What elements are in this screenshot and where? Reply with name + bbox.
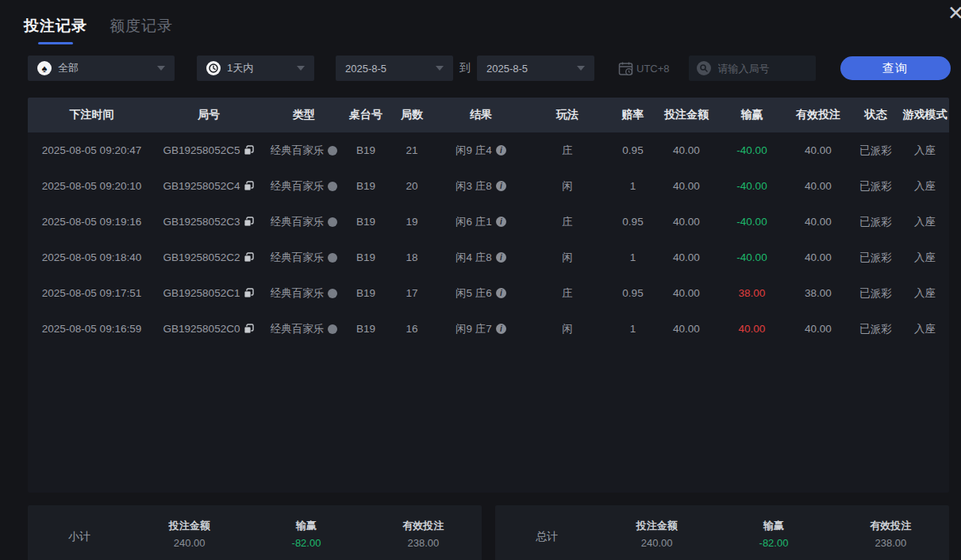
- info-icon[interactable]: i: [496, 181, 506, 191]
- copy-icon[interactable]: [244, 252, 254, 263]
- cell-bet-time: 2025-08-05 09:20:47: [28, 132, 156, 168]
- cell-win-loss: -40.00: [718, 204, 786, 240]
- cell-valid-bet: 40.00: [786, 311, 851, 347]
- table-row: 2025-08-05 09:16:59 GB19258052C0 经典百家乐 B…: [28, 311, 949, 347]
- query-button[interactable]: 查询: [840, 56, 951, 80]
- cell-bet-amount: 40.00: [655, 132, 718, 168]
- cell-play: 闲: [524, 240, 611, 275]
- info-icon[interactable]: i: [496, 324, 506, 334]
- table-row: 2025-08-05 09:20:10 GB19258052C4 经典百家乐 B…: [28, 168, 949, 204]
- cell-game-mode: 入座: [901, 168, 949, 204]
- cell-odds: 1: [611, 311, 655, 347]
- summary-bar: 小计 投注金额 240.00 输赢 -82.00 有效投注 238.00 总计 …: [28, 505, 949, 560]
- cell-round: 17: [386, 275, 438, 311]
- copy-icon[interactable]: [244, 181, 254, 191]
- copy-icon[interactable]: [244, 217, 254, 227]
- cell-game-mode: 入座: [901, 240, 949, 275]
- cell-play: 庄: [524, 204, 611, 240]
- col-play: 玩法: [524, 98, 611, 132]
- info-icon[interactable]: i: [496, 217, 506, 227]
- cell-game-id: GB19258052C2: [156, 240, 262, 275]
- chevron-down-icon: [157, 66, 165, 71]
- copy-icon[interactable]: [244, 145, 254, 155]
- table-row: 2025-08-05 09:17:51 GB19258052C1 经典百家乐 B…: [28, 275, 949, 311]
- round-id-search: [689, 56, 816, 81]
- game-type-dropdown[interactable]: ♠ 全部: [28, 56, 175, 81]
- search-input[interactable]: [717, 62, 808, 75]
- cell-table-no: B19: [346, 275, 386, 311]
- cell-game-mode: 入座: [901, 311, 949, 347]
- cell-valid-bet: 40.00: [786, 204, 851, 240]
- cell-status: 已派彩: [851, 132, 901, 168]
- table-row: 2025-08-05 09:20:47 GB19258052C5 经典百家乐 B…: [28, 132, 949, 168]
- table-row: 2025-08-05 09:18:40 GB19258052C2 经典百家乐 B…: [28, 240, 949, 275]
- cell-bet-time: 2025-08-05 09:17:51: [28, 275, 156, 311]
- cell-valid-bet: 40.00: [786, 132, 851, 168]
- date-to-dropdown[interactable]: 2025-8-5: [477, 56, 594, 81]
- cell-game-id: GB19258052C4: [156, 168, 262, 204]
- cell-type: 经典百家乐: [262, 275, 346, 311]
- cell-table-no: B19: [346, 311, 386, 347]
- cell-type: 经典百家乐: [262, 204, 346, 240]
- table-row: 2025-08-05 09:19:16 GB19258052C3 经典百家乐 B…: [28, 204, 949, 240]
- type-dot-icon: [328, 289, 337, 298]
- table-body: 2025-08-05 09:20:47 GB19258052C5 经典百家乐 B…: [28, 132, 949, 347]
- tab-label: 投注记录: [24, 16, 87, 36]
- cell-odds: 0.95: [611, 275, 655, 311]
- cell-bet-amount: 40.00: [655, 204, 718, 240]
- cell-valid-bet: 38.00: [786, 275, 851, 311]
- copy-icon[interactable]: [244, 324, 254, 334]
- chevron-down-icon: [436, 66, 444, 71]
- filter-bar: ♠ 全部 1天内 2025-8-5 到 2025-8-5: [0, 56, 961, 81]
- info-icon[interactable]: i: [496, 145, 506, 155]
- cell-odds: 1: [611, 168, 655, 204]
- cell-result: 闲3 庄8 i: [438, 168, 524, 204]
- cell-game-mode: 入座: [901, 132, 949, 168]
- cell-bet-time: 2025-08-05 09:16:59: [28, 311, 156, 347]
- cell-status: 已派彩: [851, 204, 901, 240]
- col-game-mode: 游戏模式: [901, 98, 949, 132]
- info-icon[interactable]: i: [496, 288, 506, 298]
- cell-game-id: GB19258052C3: [156, 204, 262, 240]
- col-valid-bet: 有效投注: [786, 98, 851, 132]
- total-label: 总计: [495, 519, 598, 560]
- cell-game-id: GB19258052C5: [156, 132, 262, 168]
- cell-win-loss: -40.00: [718, 168, 786, 204]
- timezone-label: UTC+8: [636, 63, 670, 75]
- subtotal-panel: 小计 投注金额 240.00 输赢 -82.00 有效投注 238.00: [28, 505, 482, 560]
- chevron-down-icon: [297, 66, 305, 71]
- cell-type: 经典百家乐: [262, 168, 346, 204]
- total-panel: 总计 投注金额 240.00 输赢 -82.00 有效投注 238.00: [495, 505, 949, 560]
- cell-valid-bet: 40.00: [786, 240, 851, 275]
- col-bet-amount: 投注金额: [655, 98, 718, 132]
- cell-table-no: B19: [346, 168, 386, 204]
- cell-odds: 0.95: [611, 132, 655, 168]
- cell-result: 闲5 庄6 i: [438, 275, 524, 311]
- search-icon: [697, 61, 711, 75]
- cell-result: 闲9 庄7 i: [438, 311, 524, 347]
- total-bet-amount: 投注金额 240.00: [598, 519, 715, 560]
- info-icon[interactable]: i: [496, 252, 506, 263]
- to-label: 到: [459, 61, 471, 75]
- copy-icon[interactable]: [244, 288, 254, 298]
- date-to-value: 2025-8-5: [486, 63, 528, 75]
- cell-table-no: B19: [346, 132, 386, 168]
- cell-game-id: GB19258052C1: [156, 275, 262, 311]
- close-icon[interactable]: ✕: [948, 3, 961, 23]
- cell-odds: 0.95: [611, 204, 655, 240]
- tab-betting-records[interactable]: 投注记录: [24, 16, 87, 44]
- col-game-id: 局号: [156, 98, 262, 132]
- cell-round: 16: [386, 311, 438, 347]
- subtotal-win-loss: 输赢 -82.00: [248, 519, 364, 560]
- cell-bet-amount: 40.00: [655, 275, 718, 311]
- time-range-value: 1天内: [227, 61, 253, 75]
- timezone-indicator: UTC+8: [618, 61, 670, 76]
- cell-result: 闲9 庄4 i: [438, 132, 524, 168]
- col-status: 状态: [851, 98, 901, 132]
- cell-win-loss: -40.00: [718, 240, 786, 275]
- cell-round: 18: [386, 240, 438, 275]
- cell-game-mode: 入座: [901, 275, 949, 311]
- date-from-dropdown[interactable]: 2025-8-5: [336, 56, 453, 81]
- time-range-dropdown[interactable]: 1天内: [197, 56, 314, 81]
- tab-quota-records[interactable]: 额度记录: [110, 16, 173, 44]
